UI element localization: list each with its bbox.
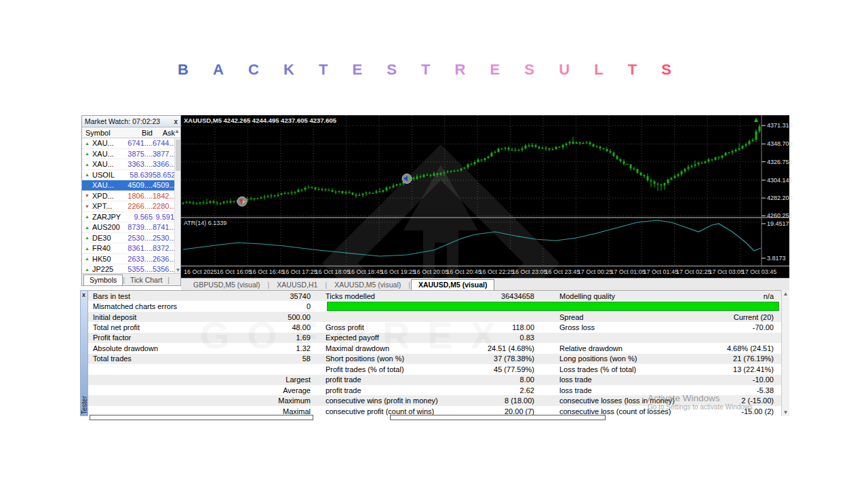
report-label: Expected payoff [311, 333, 461, 342]
arrow-up-icon: ▲ [84, 256, 90, 261]
scrollbar-thumb[interactable] [176, 140, 180, 171]
ask-value: 9.591 [153, 213, 176, 221]
report-value: 13 (22.41%) [656, 365, 778, 373]
arrow-up-icon: ▲ [84, 183, 90, 188]
candlestick-chart[interactable] [181, 115, 789, 278]
market-watch-row[interactable]: ▲XAU...6741....6744.... [82, 138, 180, 149]
arrow-down-icon: ▼ [84, 193, 90, 198]
report-label: loss trade [534, 386, 656, 394]
report-value: 36434658 [461, 292, 534, 300]
report-label: Gross loss [534, 323, 656, 331]
report-label: consecutive profit (count of wins) [311, 407, 461, 415]
symbol-name: XAU... [92, 139, 114, 147]
scroll-up-icon[interactable]: ▲ [782, 291, 789, 297]
market-watch-row[interactable]: ▲AUS2008739....8741.... [82, 222, 180, 233]
symbol-name: XPD... [92, 192, 114, 200]
report-label: Gross profit [311, 323, 461, 331]
time-axis-label: 16 Oct 22:25 [479, 268, 515, 275]
title-letter: R [455, 61, 466, 79]
report-label: Maximal drawdown [311, 344, 461, 352]
price-axis-label: 4348.700 [767, 140, 793, 147]
market-watch-tab-symbols[interactable]: Symbols [83, 274, 123, 285]
time-axis-label: 16 Oct 17:25 [282, 268, 317, 275]
price-axis-label: 4304.145 [767, 177, 793, 184]
column-bid[interactable]: Bid [124, 129, 153, 137]
report-label: Spread [534, 313, 656, 321]
bid-value: 1806.... [124, 192, 153, 200]
ask-value: 2636.... [153, 255, 176, 263]
time-axis-label: 16 Oct 18:45 [348, 268, 383, 275]
price-axis-label: 4282.200 [767, 195, 793, 201]
report-row: Largestprofit trade8.00loss trade-10.00 [88, 375, 781, 385]
chart-tab[interactable]: GBPUSD,M5 (visual) [186, 280, 267, 290]
report-label: consecutive loss (count of losses) [534, 407, 656, 415]
market-watch-row[interactable]: ▲ZARJPY9.5659.591 [82, 212, 180, 223]
time-axis-label: 16 Oct 19:25 [380, 268, 416, 275]
report-row: Mismatched charts errors0 [88, 301, 781, 311]
market-watch-scrollbar[interactable]: ▼ [174, 138, 180, 273]
symbol-name: ZARJPY [92, 213, 121, 221]
price-axis-label: 4260.255 [767, 212, 793, 219]
atr-axis-label: 19.4517 [767, 220, 789, 227]
report-value: 500.00 [227, 313, 311, 321]
market-watch-row[interactable]: ▲HK502633....2636.... [82, 254, 180, 265]
arrow-up-icon: ▲ [84, 225, 90, 230]
market-watch-row[interactable]: ▲DE302530....2530.... [82, 233, 180, 244]
arrow-up-icon: ▲ [84, 235, 90, 240]
market-watch-row[interactable]: ▲XAU...3363....3366.... [82, 159, 180, 170]
scroll-down-icon[interactable]: ▼ [782, 409, 789, 415]
report-label: Bars in test [88, 292, 227, 300]
report-value: Average [227, 386, 311, 394]
market-watch-row[interactable]: ▲XAU...4509....4509.... [82, 180, 180, 191]
market-watch-row[interactable]: ▲FR408361....8372.... [82, 243, 180, 254]
time-axis-label: 16 Oct 16:05 [216, 268, 252, 275]
arrow-up-icon: ▲ [84, 162, 90, 167]
market-watch-row[interactable]: ▲JP2255355....5356.... [82, 264, 180, 273]
market-watch-row[interactable]: ▼XPT...2266....2280.... [82, 201, 180, 212]
time-axis-label: 17 Oct 01:45 [644, 268, 679, 275]
close-icon[interactable]: x [82, 291, 85, 298]
report-row: Total net profit48.00Gross profit118.00G… [88, 322, 781, 332]
column-symbol[interactable]: Symbol [82, 129, 124, 137]
symbol-name: XPT... [92, 202, 112, 210]
report-value: 21 (76.19%) [656, 354, 778, 363]
time-axis: 16 Oct 202516 Oct 16:0516 Oct 16:4516 Oc… [181, 267, 761, 278]
report-value: 24.51 (4.68%) [461, 344, 534, 352]
time-axis-label: 17 Oct 00:25 [578, 268, 613, 275]
report-scrollbar[interactable]: ▲ ▼ [781, 290, 789, 416]
title-letter: L [594, 61, 603, 79]
bid-value: 2266.... [124, 202, 153, 210]
market-watch-panel: Market Watch: 07:02:23 x Symbol Bid Ask … [81, 115, 181, 286]
symbol-name: FR40 [92, 244, 111, 252]
tester-vertical-tab[interactable]: Tester [81, 396, 88, 414]
market-watch-row[interactable]: ▲USOIL58.63958.652 [82, 170, 180, 181]
report-value: -70.00 [656, 323, 778, 331]
market-watch-tab-tick-chart[interactable]: Tick Chart [125, 275, 167, 285]
report-label: consecutive wins (profit in money) [311, 396, 461, 405]
chart-tab[interactable]: XAUUSD,H1 [270, 280, 324, 290]
chart-tab[interactable]: XAUUSD,M5 (visual) [328, 280, 408, 290]
report-value: 2.62 [461, 386, 534, 394]
bid-value: 3363.... [124, 160, 153, 168]
close-icon[interactable]: x [174, 118, 178, 125]
report-value: Current (20) [656, 313, 778, 321]
tester-panel-strip[interactable]: x Tester [80, 290, 88, 416]
scroll-up-icon[interactable]: ▲ [174, 128, 180, 134]
report-label: Absolute drawdown [88, 344, 227, 352]
title-letter: T [319, 61, 328, 79]
report-value: n/a [656, 292, 778, 300]
chart-window[interactable]: XAUUSD,M5 4242.265 4244.495 4237.605 423… [181, 115, 789, 278]
chart-tab[interactable]: XAUUSD,M5 (visual) [411, 279, 495, 290]
time-axis-label: 16 Oct 16:45 [250, 268, 285, 275]
column-ask[interactable]: Ask [153, 129, 175, 137]
report-value: 0.83 [461, 333, 534, 342]
bid-value: 2633.... [124, 255, 153, 263]
symbol-name: DE30 [92, 234, 111, 242]
market-watch-row[interactable]: ▼XPD...1806....1842.... [82, 191, 180, 202]
market-watch-header: Symbol Bid Ask ▲ [82, 127, 180, 138]
arrow-up-icon: ▲ [84, 214, 90, 219]
report-label: Profit trades (% of total) [311, 365, 461, 373]
time-axis-label: 17 Oct 02:25 [676, 268, 711, 275]
market-watch-row[interactable]: ▲XAU...3875....3877.... [82, 149, 180, 160]
scroll-down-icon[interactable]: ▼ [175, 267, 180, 273]
